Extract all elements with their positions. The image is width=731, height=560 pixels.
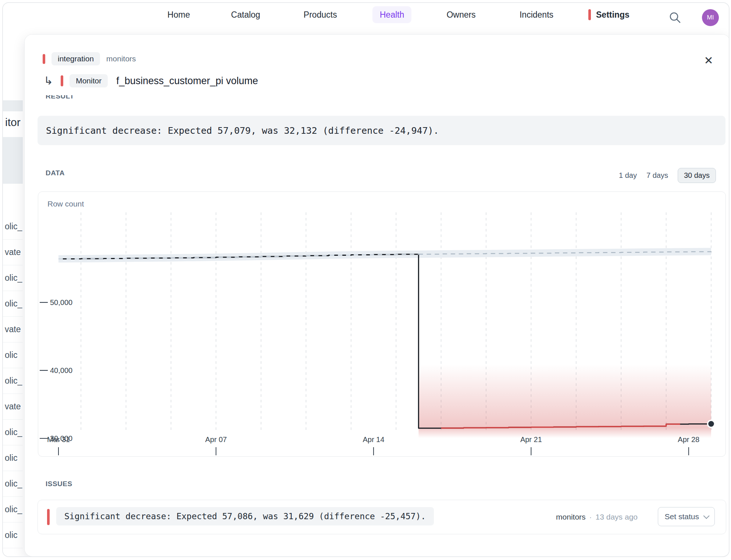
chart-title: Row count: [47, 200, 84, 208]
set-status-button[interactable]: Set status: [658, 507, 715, 526]
issue-time-ago: 13 days ago: [596, 513, 638, 521]
close-icon[interactable]: ✕: [701, 53, 716, 68]
issue-separator: ·: [589, 513, 592, 521]
monitor-detail-modal: integration monitors ✕ ↳ Monitor f_busin…: [24, 34, 730, 557]
background-gray-block: [3, 137, 23, 184]
user-avatar[interactable]: MI: [702, 9, 719, 26]
svg-text:Apr 21: Apr 21: [520, 435, 542, 444]
monitor-status-bar: [61, 75, 63, 86]
range-option-7-days[interactable]: 7 days: [646, 171, 668, 180]
result-box: Significant decrease: Expected 57,079, w…: [38, 116, 725, 145]
row-count-chart-card: Row count 30,00040,00050,000Mar 31Apr 07…: [38, 191, 726, 457]
background-table-row: lic: [3, 548, 23, 556]
search-icon[interactable]: [667, 10, 683, 26]
issues-section-heading: ISSUES: [46, 480, 72, 488]
svg-text:40,000: 40,000: [50, 366, 72, 374]
background-table-row: olic_: [3, 368, 23, 394]
nav-item-owners[interactable]: Owners: [439, 3, 483, 26]
nav-item-health[interactable]: Health: [372, 6, 411, 23]
background-table-row: olic_: [3, 471, 23, 497]
issue-message: Significant decrease: Expected 57,086, w…: [64, 511, 426, 521]
background-table-row: vate: [3, 317, 23, 342]
breadcrumb: integration monitors: [43, 52, 136, 65]
breadcrumb-integration-chip[interactable]: integration: [51, 52, 100, 65]
top-nav: HomeCatalogProductsHealthOwnersIncidents…: [3, 3, 729, 26]
nav-item-settings[interactable]: Settings: [588, 3, 630, 26]
data-section-heading: DATA: [46, 169, 65, 177]
settings-label: Settings: [596, 10, 630, 20]
settings-alert-bar: [588, 9, 591, 20]
monitor-type-badge: Monitor: [69, 74, 108, 87]
background-toolbar-band: [3, 100, 23, 111]
issue-meta: monitors · 13 days ago: [556, 500, 638, 534]
background-table-row: olic_: [3, 497, 23, 523]
background-table-row: olic_: [3, 291, 23, 317]
issue-row[interactable]: Significant decrease: Expected 57,086, w…: [38, 500, 726, 534]
background-page-strip: itor olic_vateolic_olic_vateolicolic_vat…: [3, 26, 23, 556]
nav-item-incidents[interactable]: Incidents: [512, 3, 561, 26]
nav-item-catalog[interactable]: Catalog: [224, 3, 267, 26]
nav-item-products[interactable]: Products: [296, 3, 345, 26]
app-window: itor olic_vateolic_olic_vateolicolic_vat…: [2, 2, 730, 557]
modal-header: integration monitors ✕ ↳ Monitor f_busin…: [25, 35, 730, 95]
set-status-label: Set status: [665, 512, 699, 521]
svg-text:50,000: 50,000: [50, 298, 72, 306]
background-table-row: vate: [3, 394, 23, 420]
chevron-down-icon: [703, 513, 710, 519]
background-table-row: vate: [3, 240, 23, 265]
background-table-row: olic: [3, 445, 23, 471]
monitor-chart[interactable]: 30,00040,00050,000Mar 31Apr 07Apr 14Apr …: [38, 192, 725, 456]
breadcrumb-monitors-link[interactable]: monitors: [106, 54, 136, 63]
svg-text:Apr 07: Apr 07: [205, 435, 227, 444]
svg-text:Apr 14: Apr 14: [363, 435, 384, 444]
background-table-row: olic_: [3, 265, 23, 291]
elbow-arrow-icon: ↳: [44, 75, 53, 86]
background-table-row: olic: [3, 342, 23, 368]
monitor-title-row: ↳ Monitor f_business_customer_pi volume: [44, 74, 258, 87]
issue-message-pill: Significant decrease: Expected 57,086, w…: [56, 507, 434, 525]
issue-severity-bar: [47, 509, 50, 525]
background-table-row: olic_: [3, 420, 23, 445]
time-range-selector: 1 day7 days30 days: [619, 168, 716, 183]
integration-status-bar: [43, 54, 45, 64]
svg-text:Apr 28: Apr 28: [678, 435, 699, 444]
background-table-rows: olic_vateolic_olic_vateolicolic_vateolic…: [3, 214, 23, 556]
background-table-row: olic: [3, 523, 23, 548]
range-option-1-day[interactable]: 1 day: [619, 171, 637, 180]
background-table-row: olic_: [3, 214, 23, 240]
range-option-30-days[interactable]: 30 days: [678, 168, 716, 183]
monitor-title: f_business_customer_pi volume: [116, 75, 258, 87]
result-message: Significant decrease: Expected 57,079, w…: [38, 125, 439, 136]
background-partial-heading: itor: [5, 116, 21, 129]
nav-item-home[interactable]: Home: [160, 3, 197, 26]
issue-source: monitors: [556, 513, 586, 521]
svg-text:Mar 31: Mar 31: [47, 435, 70, 444]
